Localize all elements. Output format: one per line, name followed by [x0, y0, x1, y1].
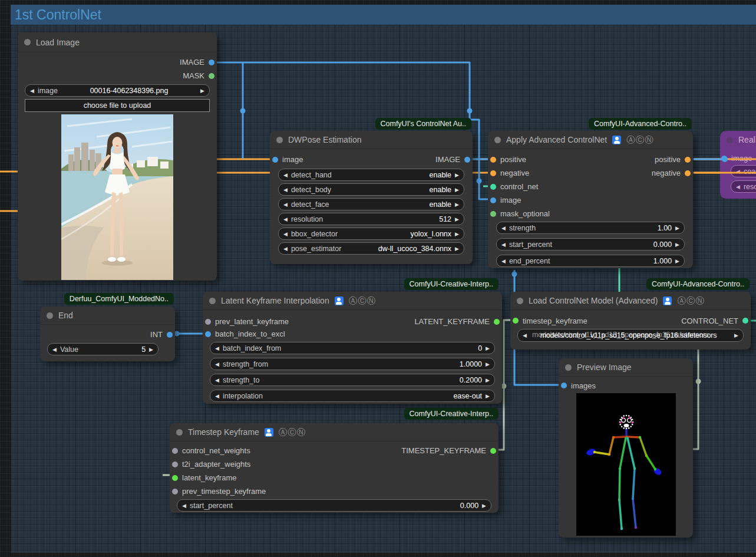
- detect-body-widget[interactable]: ◀ detect_body enable ▶: [278, 183, 464, 196]
- image-input-slot[interactable]: [490, 197, 496, 203]
- node-timestep-header[interactable]: Timestep Keyframe ⒶⒸⓃ: [170, 423, 499, 441]
- increment-arrow-icon[interactable]: ▶: [482, 503, 486, 509]
- decrement-arrow-icon[interactable]: ◀: [736, 184, 740, 190]
- node-load-image[interactable]: Load Image IMAGE MASK ◀ image 00016-4062…: [18, 32, 217, 281]
- node-dwpose-estimation[interactable]: DWPose Estimation image IMAGE ◀ detect_h…: [270, 131, 473, 264]
- collapse-dot-icon[interactable]: [276, 137, 283, 143]
- decrement-arrow-icon[interactable]: ◀: [283, 202, 288, 207]
- increment-arrow-icon[interactable]: ▶: [675, 225, 679, 231]
- value-widget[interactable]: ◀ Value 5 ▶: [47, 343, 159, 355]
- decrement-arrow-icon[interactable]: ◀: [52, 347, 57, 352]
- node-graph-canvas[interactable]: 1st ControlNet: [0, 0, 756, 557]
- timestep-keyframe-input-slot[interactable]: [513, 318, 519, 324]
- increment-arrow-icon[interactable]: ▶: [455, 231, 459, 237]
- strength-widget[interactable]: ◀ strength 1.00 ▶: [496, 222, 685, 234]
- increment-arrow-icon[interactable]: ▶: [486, 361, 490, 367]
- collapse-dot-icon[interactable]: [24, 39, 31, 45]
- collapse-dot-icon[interactable]: [47, 312, 53, 319]
- decrement-arrow-icon[interactable]: ◀: [283, 172, 288, 178]
- negative-input-slot[interactable]: [490, 170, 496, 176]
- decrement-arrow-icon[interactable]: ◀: [215, 345, 219, 351]
- control-net-weights-input-slot[interactable]: [172, 448, 178, 454]
- latent-keyframe-input-slot[interactable]: [172, 475, 178, 481]
- int-output-slot[interactable]: [167, 332, 173, 338]
- increment-arrow-icon[interactable]: ▶: [486, 345, 490, 351]
- interpolation-widget[interactable]: ◀ interpolation ease-out ▶: [210, 390, 495, 402]
- node-dwpose-header[interactable]: DWPose Estimation: [270, 131, 473, 149]
- latent-keyframe-output-slot[interactable]: [494, 319, 500, 325]
- decrement-arrow-icon[interactable]: ◀: [215, 361, 219, 367]
- positive-input-slot[interactable]: [490, 157, 496, 163]
- image-input-slot[interactable]: [721, 156, 727, 162]
- decrement-arrow-icon[interactable]: ◀: [283, 231, 288, 237]
- decrement-arrow-icon[interactable]: ◀: [501, 242, 506, 248]
- positive-output-slot[interactable]: [685, 157, 691, 163]
- node-end[interactable]: End INT ◀ Value 5 ▶: [40, 306, 175, 361]
- decrement-arrow-icon[interactable]: ◀: [283, 246, 288, 252]
- bbox-detector-widget[interactable]: ◀ bbox_detector yolox_l.onnx ▶: [278, 228, 464, 240]
- collapse-dot-icon[interactable]: [209, 298, 216, 304]
- strength-from-widget[interactable]: ◀ strength_from 1.0000 ▶: [210, 358, 495, 370]
- t2i-adapter-weights-input-slot[interactable]: [172, 462, 178, 467]
- collapse-dot-icon[interactable]: [565, 364, 572, 371]
- node-end-header[interactable]: End: [40, 306, 175, 325]
- node-latent-keyframe-interpolation[interactable]: Latent Keyframe Interpolation ⒶⒸⓃ prev_l…: [203, 292, 502, 404]
- decrement-arrow-icon[interactable]: ◀: [215, 393, 219, 399]
- increment-arrow-icon[interactable]: ▶: [734, 332, 738, 338]
- increment-arrow-icon[interactable]: ▶: [455, 216, 459, 222]
- decrement-arrow-icon[interactable]: ◀: [501, 225, 506, 231]
- node-lki-header[interactable]: Latent Keyframe Interpolation ⒶⒸⓃ: [203, 292, 502, 310]
- detect-hand-widget[interactable]: ◀ detect_hand enable ▶: [278, 169, 464, 181]
- mask-output-slot[interactable]: [209, 73, 214, 79]
- image-combo-widget[interactable]: ◀ image 00016-4062348396.png ▶: [25, 84, 210, 97]
- node-apply-advanced-controlnet[interactable]: Apply Advanced ControlNet ⒶⒸⓃ positive p…: [488, 131, 693, 268]
- batch-index-from-widget[interactable]: ◀ batch_index_from 0 ▶: [210, 342, 495, 354]
- node-real-clipped[interactable]: Real image ◀ coar ◀ reso: [720, 131, 756, 199]
- increment-arrow-icon[interactable]: ▶: [455, 172, 459, 178]
- increment-arrow-icon[interactable]: ▶: [486, 393, 490, 399]
- increment-arrow-icon[interactable]: ▶: [455, 187, 459, 193]
- start-percent-widget[interactable]: ◀ start_percent 0.000 ▶: [496, 238, 685, 251]
- increment-arrow-icon[interactable]: ▶: [455, 246, 459, 252]
- image-input-slot[interactable]: [272, 157, 278, 163]
- image-output-slot[interactable]: [209, 60, 214, 65]
- resolution-widget[interactable]: ◀ reso: [731, 180, 756, 193]
- control-net-name-widget[interactable]: ◀ models/control_v11p_sd15_openpose_fp16…: [517, 329, 744, 342]
- node-timestep-keyframe[interactable]: Timestep Keyframe ⒶⒸⓃ control_net_weight…: [170, 423, 499, 513]
- prev-timestep-keyframe-input-slot[interactable]: [172, 489, 178, 495]
- decrement-arrow-icon[interactable]: ◀: [30, 88, 34, 94]
- collapse-dot-icon[interactable]: [176, 429, 183, 436]
- image-output-slot[interactable]: [464, 157, 470, 163]
- node-load-controlnet-model[interactable]: Load ControlNet Model (Advanced) ⒶⒸⓃ tim…: [510, 292, 751, 350]
- increment-arrow-icon[interactable]: ▶: [455, 202, 459, 207]
- group-title-bar[interactable]: 1st ControlNet: [11, 5, 756, 25]
- decrement-arrow-icon[interactable]: ◀: [215, 377, 219, 383]
- decrement-arrow-icon[interactable]: ◀: [283, 187, 288, 193]
- increment-arrow-icon[interactable]: ▶: [486, 377, 490, 383]
- detect-face-widget[interactable]: ◀ detect_face enable ▶: [278, 198, 464, 210]
- start-percent-widget[interactable]: ◀ start_percent 0.000 ▶: [177, 499, 491, 512]
- increment-arrow-icon[interactable]: ▶: [149, 347, 153, 352]
- timestep-keyframe-output-slot[interactable]: [490, 448, 496, 454]
- images-input-slot[interactable]: [561, 383, 567, 388]
- resolution-widget[interactable]: ◀ resolution 512 ▶: [278, 213, 464, 225]
- increment-arrow-icon[interactable]: ▶: [675, 242, 679, 248]
- node-load-image-header[interactable]: Load Image: [18, 32, 217, 52]
- prev-latent-keyframe-input-slot[interactable]: [205, 319, 211, 325]
- node-apply-header[interactable]: Apply Advanced ControlNet ⒶⒸⓃ: [488, 131, 693, 149]
- choose-file-button[interactable]: choose file to upload: [25, 99, 210, 112]
- decrement-arrow-icon[interactable]: ◀: [283, 216, 288, 222]
- collapse-dot-icon[interactable]: [727, 137, 733, 143]
- decrement-arrow-icon[interactable]: ◀: [182, 503, 186, 509]
- decrement-arrow-icon[interactable]: ◀: [736, 169, 740, 174]
- increment-arrow-icon[interactable]: ▶: [675, 258, 679, 264]
- decrement-arrow-icon[interactable]: ◀: [501, 258, 506, 264]
- node-lcn-header[interactable]: Load ControlNet Model (Advanced) ⒶⒸⓃ: [510, 292, 751, 310]
- collapse-dot-icon[interactable]: [494, 137, 501, 143]
- control-net-input-slot[interactable]: [490, 184, 496, 190]
- collapse-dot-icon[interactable]: [517, 298, 523, 304]
- node-preview-header[interactable]: Preview Image: [559, 358, 693, 377]
- pose-estimator-widget[interactable]: ◀ pose_estimator dw-ll_ucoco_384.onnx ▶: [278, 242, 464, 255]
- batch-index-to-excl-input-slot[interactable]: [205, 331, 211, 337]
- increment-arrow-icon[interactable]: ▶: [200, 88, 204, 94]
